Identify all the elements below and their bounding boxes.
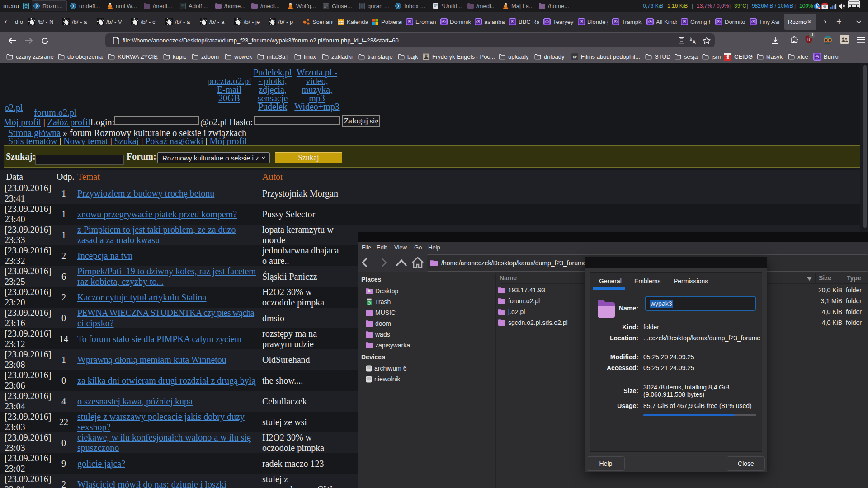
svg-text:W: W xyxy=(572,54,577,60)
svg-text:A: A xyxy=(693,40,696,44)
